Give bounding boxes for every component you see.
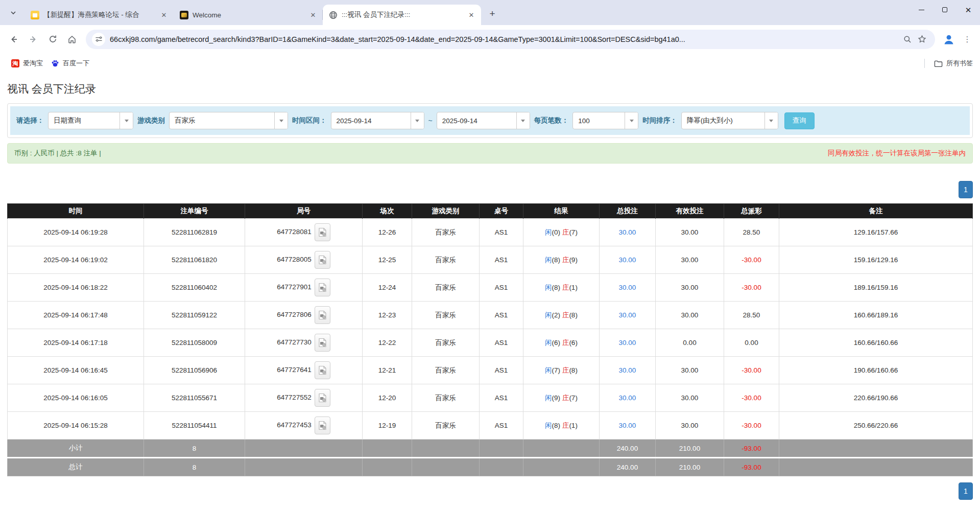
video-replay-button[interactable] bbox=[315, 334, 330, 352]
cell-time: 2025-09-14 06:16:05 bbox=[8, 384, 144, 412]
site-settings-icon[interactable] bbox=[92, 33, 105, 46]
total-bet-link[interactable]: 30.00 bbox=[619, 394, 636, 402]
bookmark-taobao[interactable]: 淘 爱淘宝 bbox=[7, 57, 47, 70]
tab-forum[interactable]: 【新提醒】海燕策略论坛 - 综合 ✕ bbox=[25, 5, 174, 25]
banker-points: (1) bbox=[569, 422, 578, 429]
subtotal-count: 8 bbox=[144, 440, 245, 458]
cell-time: 2025-09-14 06:17:18 bbox=[8, 329, 144, 357]
table-row: 2025-09-14 06:16:45 522811056906 6477276… bbox=[8, 357, 973, 384]
query-type-select[interactable]: 日期查询 bbox=[48, 112, 133, 129]
all-bookmarks-button[interactable]: 所有书签 bbox=[934, 59, 973, 68]
date-start-select[interactable]: 2025-09-14 bbox=[331, 112, 424, 129]
chevron-down-icon[interactable] bbox=[119, 112, 133, 129]
chevron-down-icon[interactable] bbox=[516, 112, 530, 129]
page-1-button[interactable]: 1 bbox=[959, 181, 973, 198]
bookmark-star-icon[interactable] bbox=[915, 32, 929, 47]
date-start-value: 2025-09-14 bbox=[331, 112, 411, 129]
bookmark-baidu[interactable]: 百度一下 bbox=[47, 57, 93, 70]
cell-round: 647727806 bbox=[245, 302, 363, 329]
chevron-down-icon[interactable] bbox=[625, 112, 638, 129]
cell-note: 129.16/157.66 bbox=[779, 219, 973, 246]
baidu-paw-icon bbox=[51, 59, 59, 67]
query-type-value: 日期查询 bbox=[49, 112, 119, 129]
search-button[interactable]: 查询 bbox=[784, 112, 815, 129]
total-bet-link[interactable]: 30.00 bbox=[619, 339, 636, 347]
chevron-down-icon[interactable] bbox=[411, 112, 424, 129]
url-text[interactable]: 66cxkj98.com/game/betrecord_search/kind3… bbox=[110, 35, 900, 43]
subtotal-total-bet: 240.00 bbox=[600, 440, 656, 458]
col-bet-id: 注单编号 bbox=[144, 204, 245, 219]
total-bet-link[interactable]: 30.00 bbox=[619, 228, 636, 236]
cell-payout: -30.00 bbox=[724, 357, 779, 384]
total-bet-link[interactable]: 30.00 bbox=[619, 256, 636, 264]
round-number: 647727806 bbox=[277, 311, 312, 318]
video-replay-button[interactable] bbox=[315, 279, 330, 296]
tab-welcome[interactable]: Welcome ✕ bbox=[174, 5, 323, 25]
game-kind-select[interactable]: 百家乐 bbox=[169, 112, 288, 129]
video-replay-button[interactable] bbox=[315, 361, 330, 379]
cell-bet-id: 522811059122 bbox=[144, 302, 245, 329]
reload-button[interactable] bbox=[44, 31, 61, 48]
total-bet-link[interactable]: 30.00 bbox=[619, 311, 636, 319]
col-result: 结果 bbox=[523, 204, 600, 219]
tab-close-icon[interactable]: ✕ bbox=[467, 10, 476, 19]
banker-result: 庄 bbox=[562, 284, 569, 291]
time-sort-select[interactable]: 降幂(由大到小) bbox=[681, 112, 778, 129]
player-result: 闲 bbox=[545, 256, 552, 264]
cell-payout: 28.50 bbox=[724, 219, 779, 246]
globe-icon bbox=[329, 11, 338, 19]
pagination-top: 1 bbox=[0, 181, 980, 198]
banker-points: (8) bbox=[569, 311, 578, 319]
total-bet-link[interactable]: 30.00 bbox=[619, 422, 636, 429]
forward-button[interactable] bbox=[25, 31, 42, 48]
total-bet-link[interactable]: 30.00 bbox=[619, 284, 636, 291]
page-content: 视讯 会员下注纪录 请选择： 日期查询 游戏类别 百家乐 时间区间： 2025-… bbox=[0, 74, 980, 500]
back-button[interactable] bbox=[5, 31, 22, 48]
close-button[interactable]: ✕ bbox=[957, 0, 980, 19]
profile-avatar[interactable] bbox=[941, 32, 957, 47]
minimize-button[interactable] bbox=[910, 0, 933, 19]
player-result: 闲 bbox=[545, 228, 552, 236]
banker-result: 庄 bbox=[562, 422, 569, 429]
tab-close-icon[interactable]: ✕ bbox=[308, 10, 318, 19]
banker-points: (7) bbox=[569, 228, 578, 236]
cell-valid-bet: 30.00 bbox=[656, 302, 724, 329]
page-1-button[interactable]: 1 bbox=[959, 482, 973, 500]
chevron-down-icon[interactable] bbox=[764, 112, 778, 129]
taobao-icon: 淘 bbox=[11, 59, 19, 67]
zoom-icon[interactable] bbox=[900, 32, 915, 47]
cell-session: 12-24 bbox=[363, 274, 412, 302]
browser-menu-icon[interactable]: ⋮ bbox=[960, 32, 975, 47]
bookmark-label: 百度一下 bbox=[63, 59, 89, 68]
chevron-down-icon[interactable] bbox=[274, 112, 288, 129]
video-replay-button[interactable] bbox=[315, 389, 330, 407]
cell-total-bet: 30.00 bbox=[600, 329, 656, 357]
player-points: (8) bbox=[552, 284, 561, 291]
address-bar[interactable]: 66cxkj98.com/game/betrecord_search/kind3… bbox=[86, 30, 935, 49]
cell-table-no: AS1 bbox=[480, 246, 523, 274]
total-bet-link[interactable]: 30.00 bbox=[619, 366, 636, 374]
home-button[interactable] bbox=[63, 31, 81, 48]
tab-bet-records-active[interactable]: :::视讯 会员下注纪录::: ✕ bbox=[323, 5, 481, 25]
close-icon: ✕ bbox=[965, 6, 972, 14]
new-tab-button[interactable]: + bbox=[485, 7, 499, 21]
video-replay-button[interactable] bbox=[315, 417, 330, 434]
cell-round: 647727552 bbox=[245, 384, 363, 412]
video-replay-button[interactable] bbox=[315, 306, 330, 324]
tab-search-chevron-icon[interactable] bbox=[6, 6, 20, 20]
maximize-button[interactable] bbox=[933, 0, 957, 19]
page-size-select[interactable]: 100 bbox=[572, 112, 638, 129]
cell-bet-id: 522811054411 bbox=[144, 412, 245, 440]
cell-round: 647727730 bbox=[245, 329, 363, 357]
table-row: 2025-09-14 06:17:18 522811058009 6477277… bbox=[8, 329, 973, 357]
cell-round: 647727901 bbox=[245, 274, 363, 302]
player-points: (6) bbox=[552, 339, 561, 347]
table-header-row: 时间 注单编号 局号 场次 游戏类别 桌号 结果 总投注 有效投注 总派彩 备注 bbox=[8, 204, 973, 219]
video-replay-button[interactable] bbox=[315, 251, 330, 269]
tab-close-icon[interactable]: ✕ bbox=[159, 10, 169, 19]
date-end-select[interactable]: 2025-09-14 bbox=[437, 112, 530, 129]
video-replay-button[interactable] bbox=[315, 223, 330, 241]
time-sort-label: 时间排序： bbox=[642, 116, 677, 125]
player-points: (0) bbox=[552, 228, 561, 236]
banker-result: 庄 bbox=[562, 366, 569, 374]
